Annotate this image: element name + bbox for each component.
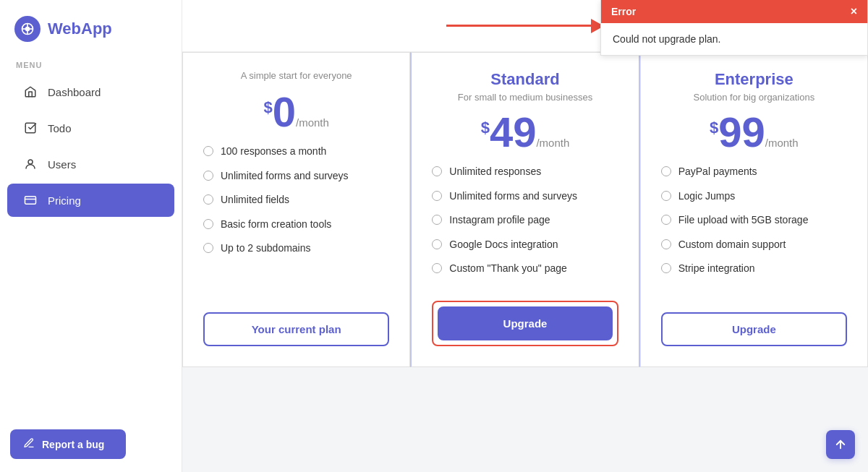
feature-bullet [203, 243, 213, 253]
feature-text: 100 responses a month [221, 145, 326, 159]
todo-icon [23, 121, 38, 135]
standard-price-period: /month [536, 137, 569, 149]
basic-plan-button[interactable]: Your current plan [203, 312, 389, 346]
standard-plan-price: $ 49 /month [432, 111, 618, 153]
error-banner: Error × Could not upgrade plan. [600, 0, 868, 56]
feature-bullet [203, 146, 213, 156]
enterprise-plan-name: Enterprise [661, 70, 847, 89]
scroll-top-button[interactable] [826, 430, 855, 459]
plan-card-enterprise: Enterprise Solution for big organization… [640, 52, 868, 367]
feature-text: Unlimited forms and surveys [449, 189, 577, 204]
feature-text: Unlimited fields [221, 193, 289, 207]
enterprise-plan-button[interactable]: Upgrade [661, 312, 847, 346]
basic-plan-subtitle: A simple start for everyone [203, 70, 389, 81]
enterprise-plan-price: $ 99 /month [661, 111, 847, 153]
sidebar-item-todo[interactable]: Todo [7, 111, 174, 145]
feature-bullet [432, 263, 442, 273]
feature-bullet [661, 239, 671, 249]
standard-plan-features: Unlimited responses Unlimited forms and … [432, 165, 618, 286]
enterprise-price-amount: 99 [718, 111, 765, 153]
sidebar: WebApp MENU Dashboard Todo [0, 0, 182, 472]
feature-bullet [203, 219, 213, 229]
feature-bullet [661, 166, 671, 176]
feature-text: Custom domain support [678, 238, 786, 252]
error-title: Error [611, 6, 636, 17]
users-icon [23, 157, 38, 171]
feature-bullet [432, 239, 442, 249]
sidebar-logo[interactable]: WebApp [0, 0, 182, 55]
list-item: PayPal payments [661, 165, 847, 179]
feature-text: Up to 2 subdomains [221, 241, 311, 256]
standard-price-dollar: $ [481, 119, 490, 137]
basic-plan-price: $ 0 /month [203, 91, 389, 133]
basic-price-dollar: $ [263, 98, 272, 117]
logo-icon [14, 16, 41, 42]
list-item: Google Docs integration [432, 238, 618, 252]
report-bug-button[interactable]: Report a bug [10, 429, 126, 459]
list-item: Basic form creation tools [203, 218, 389, 232]
list-item: Logic Jumps [661, 189, 847, 204]
enterprise-plan-features: PayPal payments Logic Jumps File upload … [661, 165, 847, 298]
standard-price-amount: 49 [490, 111, 537, 153]
standard-plan-desc: For small to medium businesses [432, 92, 618, 103]
sidebar-item-todo-label: Todo [48, 122, 72, 134]
pricing-icon [23, 193, 38, 207]
feature-bullet [203, 171, 213, 181]
feature-bullet [661, 191, 671, 201]
list-item: Stripe integration [661, 262, 847, 276]
feature-text: Unlimited responses [449, 165, 541, 179]
feature-text: Instagram profile page [449, 213, 550, 228]
list-item: Unlimited forms and surveys [203, 169, 389, 184]
feature-bullet [203, 194, 213, 205]
upgrade-button-highlight: Upgrade [432, 301, 618, 346]
feature-text: Unlimited forms and surveys [221, 169, 349, 184]
home-icon [23, 85, 38, 99]
enterprise-price-period: /month [765, 137, 799, 149]
sidebar-menu-label: MENU [0, 55, 182, 74]
list-item: 100 responses a month [203, 145, 389, 159]
standard-plan-name: Standard [432, 70, 618, 89]
error-banner-header: Error × [601, 0, 867, 23]
feature-text: Custom "Thank you" page [449, 262, 566, 276]
app-logo-text: WebApp [48, 20, 112, 38]
error-close-button[interactable]: × [851, 6, 857, 17]
main-content: Error × Could not upgrade plan. A simple… [182, 0, 868, 472]
feature-bullet [661, 215, 671, 225]
list-item: Unlimited forms and surveys [432, 189, 618, 204]
feature-bullet [432, 215, 442, 225]
feature-text: Logic Jumps [678, 189, 736, 204]
basic-price-amount: 0 [273, 91, 296, 133]
feature-text: Basic form creation tools [221, 218, 331, 232]
plan-card-basic: A simple start for everyone $ 0 /month 1… [182, 52, 410, 367]
standard-plan-button[interactable]: Upgrade [438, 306, 612, 340]
svg-rect-4 [25, 123, 35, 133]
sidebar-item-users[interactable]: Users [7, 147, 174, 181]
error-message: Could not upgrade plan. [601, 23, 867, 55]
sidebar-item-dashboard-label: Dashboard [48, 86, 101, 98]
feature-text: File upload with 5GB storage [678, 213, 809, 228]
report-bug-icon [23, 437, 35, 451]
list-item: Custom domain support [661, 238, 847, 252]
feature-text: Stripe integration [678, 262, 755, 276]
list-item: Unlimited responses [432, 165, 618, 179]
enterprise-plan-desc: Solution for big organizations [661, 92, 847, 103]
svg-point-6 [28, 160, 33, 164]
list-item: Custom "Thank you" page [432, 262, 618, 276]
pricing-cards-container: A simple start for everyone $ 0 /month 1… [182, 52, 868, 382]
scroll-right-arrow [446, 19, 604, 33]
list-item: Up to 2 subdomains [203, 241, 389, 256]
list-item: Instagram profile page [432, 213, 618, 228]
sidebar-item-pricing[interactable]: Pricing [7, 184, 174, 217]
sidebar-item-users-label: Users [48, 158, 76, 171]
sidebar-item-pricing-label: Pricing [48, 194, 81, 207]
list-item: File upload with 5GB storage [661, 213, 847, 228]
svg-rect-7 [25, 197, 36, 205]
enterprise-price-dollar: $ [710, 119, 718, 137]
list-item: Unlimited fields [203, 193, 389, 207]
sidebar-item-dashboard[interactable]: Dashboard [7, 75, 174, 108]
plan-card-standard: Standard For small to medium businesses … [410, 52, 639, 367]
feature-bullet [661, 263, 671, 273]
feature-text: Google Docs integration [449, 238, 558, 252]
feature-bullet [432, 166, 442, 176]
basic-price-period: /month [296, 116, 329, 129]
